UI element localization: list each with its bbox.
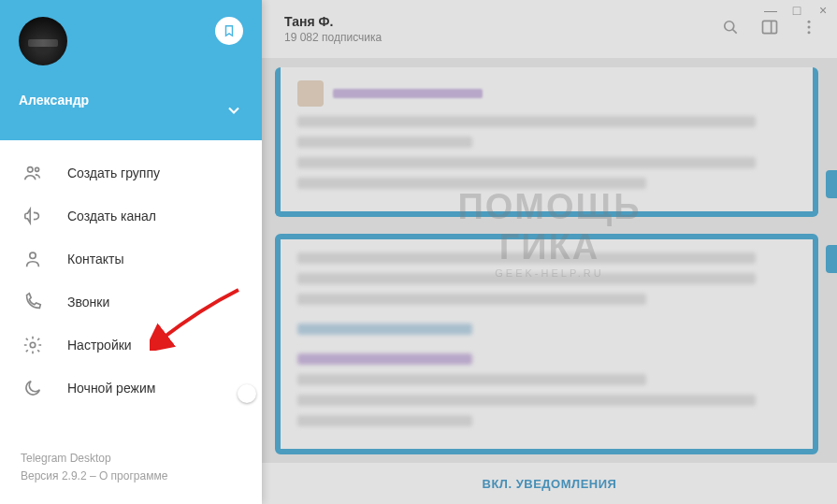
menu-label: Ночной режим <box>67 381 155 396</box>
window-close-button[interactable]: × <box>816 4 830 17</box>
svg-point-0 <box>28 167 34 173</box>
window-maximize-button[interactable]: □ <box>790 4 803 17</box>
about-link[interactable]: О программе <box>99 469 167 482</box>
user-avatar[interactable] <box>19 17 67 65</box>
svg-point-1 <box>36 167 39 171</box>
svg-point-2 <box>30 252 36 258</box>
person-icon <box>22 249 43 269</box>
svg-point-3 <box>30 342 36 348</box>
window-controls: — □ × <box>764 4 830 17</box>
menu-label: Звонки <box>67 295 109 310</box>
gear-icon <box>22 335 43 355</box>
version-number: 2.9.2 <box>62 469 87 482</box>
menu-list: Создать группу Создать канал <box>0 140 262 435</box>
app-name-label: Telegram Desktop <box>21 450 241 468</box>
megaphone-icon <box>22 206 43 226</box>
dim-overlay[interactable] <box>262 0 837 504</box>
chat-area: Таня Ф. 19 082 подписчика <box>262 0 837 504</box>
moon-icon <box>22 378 43 398</box>
menu-item-create-group[interactable]: Создать группу <box>0 151 262 194</box>
window-minimize-button[interactable]: — <box>764 4 777 17</box>
menu-item-contacts[interactable]: Контакты <box>0 238 262 281</box>
menu-item-create-channel[interactable]: Создать канал <box>0 194 262 238</box>
sidebar-header: Александр <box>0 0 262 140</box>
menu-item-settings[interactable]: Настройки <box>0 324 262 367</box>
menu-label: Создать канал <box>67 209 156 223</box>
profile-name: Александр <box>19 92 94 110</box>
app-container: Александр <box>0 0 837 504</box>
footer-separator: – <box>87 469 99 482</box>
menu-label: Создать группу <box>67 166 160 180</box>
version-prefix: Версия <box>21 469 62 482</box>
saved-messages-button[interactable] <box>215 17 243 45</box>
menu-item-night-mode[interactable]: Ночной режим <box>0 367 262 410</box>
menu-label: Настройки <box>67 338 132 353</box>
phone-icon <box>22 292 43 312</box>
group-icon <box>22 163 43 183</box>
sidebar-footer: Telegram Desktop Версия 2.9.2 – О програ… <box>0 435 262 504</box>
account-switcher-toggle[interactable] <box>224 101 243 123</box>
menu-item-calls[interactable]: Звонки <box>0 281 262 324</box>
menu-label: Контакты <box>67 252 123 266</box>
main-menu-sidebar: Александр <box>0 0 262 504</box>
